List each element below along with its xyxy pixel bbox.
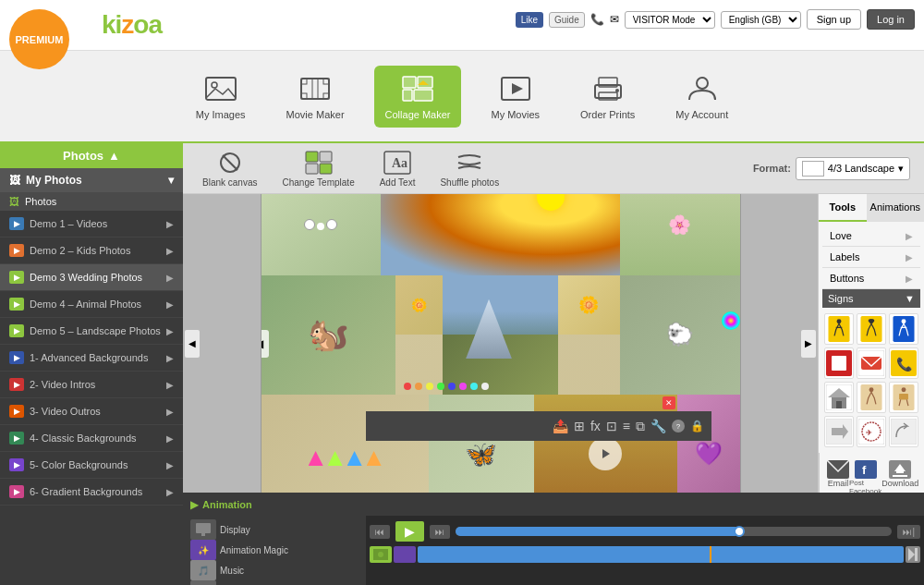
- sidebar-item-bg2[interactable]: ▶ 2- Video Intros ▶: [0, 372, 183, 398]
- tl-prev-button[interactable]: ⏮: [370, 525, 390, 539]
- dot-yellow[interactable]: [426, 383, 433, 390]
- tl-scrubber[interactable]: [734, 526, 745, 537]
- sidebar-item-demo4[interactable]: ▶ Demo 4 – Animal Photos ▶: [0, 291, 183, 318]
- play-button[interactable]: [589, 437, 622, 470]
- add-text-tool[interactable]: Aa Add Text: [374, 146, 421, 191]
- sidebar-item-bg4[interactable]: ▶ 4- Classic Backgrounds ▶: [0, 425, 183, 452]
- fb-like-button[interactable]: Like: [516, 12, 543, 28]
- tab-animations[interactable]: Animations: [867, 194, 924, 222]
- cell-top-center[interactable]: [381, 194, 620, 275]
- format-dropdown[interactable]: 4/3 Landscape ▾: [796, 157, 910, 180]
- guide-button[interactable]: Guide: [549, 12, 585, 28]
- tl-frame-1[interactable]: [370, 546, 392, 563]
- cell-top-left[interactable]: [261, 194, 382, 275]
- filter-icon[interactable]: ⧉: [636, 419, 645, 434]
- tools-signs-section[interactable]: Signs ▼: [822, 289, 920, 308]
- crop-icon[interactable]: ⊡: [606, 419, 617, 433]
- dot-red[interactable]: [404, 383, 411, 390]
- tl-frame-2[interactable]: [394, 546, 416, 563]
- dot-orange[interactable]: [415, 383, 422, 390]
- post-fb-item[interactable]: f Post Facebook: [849, 460, 881, 493]
- tl-end-button[interactable]: ⏭|: [897, 525, 920, 539]
- cell-squirrel[interactable]: 🐿️: [261, 275, 395, 395]
- more-options-button[interactable]: ?: [672, 420, 685, 433]
- cell-wheat[interactable]: ✕: [534, 395, 677, 493]
- sign-house[interactable]: [824, 382, 854, 413]
- sidebar-item-demo1[interactable]: ▶ Demo 1 – Videos ▶: [0, 211, 183, 238]
- nav-order-prints[interactable]: Order Prints: [569, 66, 646, 128]
- visitor-mode-select[interactable]: VISITOR Mode: [625, 11, 715, 29]
- sidebar-item-bg1[interactable]: ▶ 1- Advanced Backgrounds ▶: [0, 345, 183, 372]
- signup-button[interactable]: Sign up: [807, 9, 861, 30]
- lock-icon[interactable]: 🔒: [690, 420, 704, 433]
- dot-cyan[interactable]: [470, 383, 478, 390]
- dot-white[interactable]: [481, 383, 489, 390]
- nav-my-account[interactable]: My Account: [664, 66, 739, 128]
- cell-floral-sm[interactable]: 🌼: [395, 275, 444, 335]
- share-icon[interactable]: 📤: [553, 419, 568, 433]
- sign-pedestrian-blue[interactable]: [889, 313, 918, 345]
- sign-curvy-arrow[interactable]: [889, 416, 918, 447]
- sidebar-item-demo3[interactable]: ▶ Demo 3 Wedding Photos ▶: [0, 264, 183, 291]
- canvas-nav-right[interactable]: ▶: [801, 330, 816, 358]
- sidebar-item-bg6[interactable]: ▶ 6- Gradient Backgrounds ▶: [0, 479, 183, 506]
- grid-icon[interactable]: ⊞: [574, 419, 585, 433]
- sign-telephone[interactable]: 📞: [889, 347, 918, 379]
- sidebar-item-demo2-label: Demo 2 – Kids Photos: [30, 245, 130, 256]
- language-select[interactable]: English (GB): [721, 11, 801, 29]
- tl-anim-magic-text: Animation Magic: [220, 545, 288, 555]
- tl-frame-main[interactable]: [418, 546, 904, 563]
- email-save-item[interactable]: Email: [827, 460, 849, 493]
- sidebar-item-bg5[interactable]: ▶ 5- Color Backgrounds ▶: [0, 452, 183, 479]
- sign-walking-beige[interactable]: [857, 382, 886, 413]
- tl-end-marker[interactable]: [906, 546, 920, 563]
- nav-collage-maker[interactable]: Collage Maker: [374, 66, 462, 128]
- cell-flowers[interactable]: 💜: [677, 395, 739, 493]
- tl-progress-bar[interactable]: [456, 527, 892, 536]
- dot-purple[interactable]: [459, 383, 467, 390]
- nav-my-movies[interactable]: My Movies: [480, 66, 551, 128]
- dot-green[interactable]: [437, 383, 444, 390]
- canvas-left-nav[interactable]: ◀: [261, 330, 269, 358]
- cell-floral2[interactable]: 🌼: [558, 275, 620, 335]
- download-item[interactable]: Download: [881, 460, 918, 493]
- dot-blue[interactable]: [448, 383, 456, 390]
- sidebar-item-demo5[interactable]: ▶ Demo 5 – Landscape Photos ▶: [0, 318, 183, 345]
- tab-tools[interactable]: Tools: [819, 194, 867, 222]
- sign-red-square[interactable]: [824, 347, 854, 379]
- tools-love-row[interactable]: Love ▶: [822, 225, 920, 247]
- sidebar-photos-item[interactable]: 🖼 Photos: [0, 192, 183, 211]
- blank-canvas-tool[interactable]: Blank canvas: [197, 146, 262, 191]
- tools-buttons-row[interactable]: Buttons ▶: [822, 268, 920, 289]
- fx-icon[interactable]: fx: [590, 419, 601, 433]
- cell-sheep[interactable]: 🐑: [620, 275, 740, 395]
- display-thumb: [190, 519, 216, 540]
- cell-mountains[interactable]: [443, 275, 557, 395]
- sign-stamp[interactable]: ✈: [857, 416, 886, 447]
- sign-email[interactable]: [857, 347, 886, 379]
- sidebar-my-photos[interactable]: 🖼 My Photos ▾: [0, 168, 183, 192]
- layers-icon[interactable]: ≡: [623, 419, 630, 433]
- sign-arrow[interactable]: [824, 416, 854, 447]
- tools-labels-row[interactable]: Labels ▶: [822, 247, 920, 268]
- shuffle-photos-tool[interactable]: Shuffle photos: [434, 146, 505, 191]
- tools-icon[interactable]: 🔧: [650, 419, 666, 433]
- close-button[interactable]: ✕: [663, 396, 675, 409]
- sign-worker[interactable]: [857, 313, 886, 345]
- cell-top-right[interactable]: 🌸: [620, 194, 740, 275]
- nav-my-images[interactable]: My Images: [185, 66, 257, 128]
- canvas-nav-left[interactable]: ◀: [185, 330, 200, 358]
- tl-next-button[interactable]: ⏭: [430, 525, 450, 539]
- cell-butterfly[interactable]: 🦋: [429, 395, 534, 493]
- sidebar-item-demo2[interactable]: ▶ Demo 2 – Kids Photos ▶: [0, 238, 183, 264]
- change-template-tool[interactable]: Change Template: [276, 146, 359, 191]
- login-button[interactable]: Log in: [867, 9, 915, 30]
- sign-carrying[interactable]: [889, 382, 918, 413]
- bg3-icon: ▶: [9, 405, 24, 418]
- color-picker-button[interactable]: [722, 311, 740, 330]
- cell-bunting[interactable]: [261, 395, 429, 493]
- tl-play-button[interactable]: ▶: [395, 521, 424, 542]
- sidebar-item-bg3[interactable]: ▶ 3- Video Outros ▶: [0, 398, 183, 425]
- sign-walking-yellow[interactable]: [824, 313, 854, 345]
- nav-movie-maker[interactable]: Movie Maker: [275, 66, 356, 128]
